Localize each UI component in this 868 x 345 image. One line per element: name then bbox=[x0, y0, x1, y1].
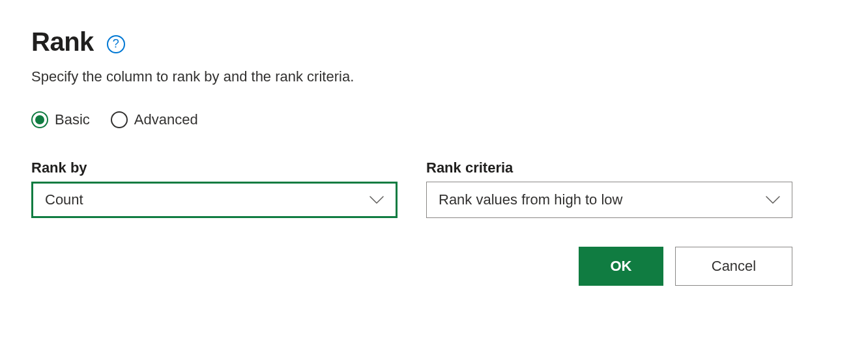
rank-criteria-label: Rank criteria bbox=[426, 159, 792, 176]
radio-advanced[interactable]: Advanced bbox=[111, 111, 198, 128]
page-title: Rank bbox=[31, 27, 94, 57]
radio-circle-icon bbox=[111, 111, 128, 128]
radio-circle-icon bbox=[31, 111, 48, 128]
rank-by-select[interactable]: Count bbox=[31, 182, 398, 218]
radio-basic-label: Basic bbox=[55, 111, 90, 128]
chevron-down-icon bbox=[763, 193, 783, 206]
rank-criteria-value: Rank values from high to low bbox=[439, 191, 622, 208]
rank-by-label: Rank by bbox=[31, 159, 398, 176]
radio-basic[interactable]: Basic bbox=[31, 111, 90, 128]
cancel-button[interactable]: Cancel bbox=[675, 247, 792, 286]
rank-by-value: Count bbox=[45, 191, 83, 208]
page-subtitle: Specify the column to rank by and the ra… bbox=[31, 68, 837, 85]
help-icon[interactable]: ? bbox=[107, 35, 125, 53]
help-glyph: ? bbox=[113, 37, 119, 51]
ok-button[interactable]: OK bbox=[579, 247, 663, 286]
radio-advanced-label: Advanced bbox=[134, 111, 198, 128]
rank-criteria-select[interactable]: Rank values from high to low bbox=[426, 182, 792, 218]
chevron-down-icon bbox=[367, 193, 386, 206]
mode-radio-group: Basic Advanced bbox=[31, 111, 837, 128]
